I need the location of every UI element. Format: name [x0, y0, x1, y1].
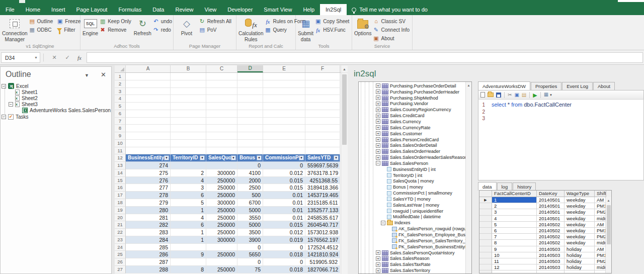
cell-A17[interactable]: 278 — [126, 192, 171, 199]
cell-D15[interactable]: 2000 — [237, 177, 263, 185]
row-header-25[interactable]: 25 — [115, 251, 126, 258]
row-header-8[interactable]: 8 — [115, 125, 126, 132]
filter-dropdown-icon[interactable]: ▼ — [257, 155, 262, 160]
column-header-f[interactable]: F — [305, 65, 340, 72]
cell-C24[interactable] — [206, 244, 237, 251]
cell-E1[interactable] — [263, 73, 305, 80]
pov-button[interactable]: ▤PoV — [198, 26, 234, 34]
cell-C6[interactable] — [206, 110, 237, 118]
grid-cell[interactable]: weekday — [565, 234, 595, 240]
scroll-up-icon[interactable]: ▲ — [341, 65, 348, 73]
cell-F10[interactable] — [305, 140, 340, 147]
submit-data-button[interactable]: ▦Submitdata — [298, 17, 313, 42]
expander-icon[interactable]: − — [376, 161, 380, 165]
grid-cell[interactable]: 20140503 — [537, 264, 565, 270]
cell-C26[interactable] — [206, 258, 237, 266]
outline-button[interactable]: ▤Outline — [28, 17, 56, 26]
pivot-button[interactable]: ◇Pivot — [176, 17, 198, 37]
cell-E13[interactable]: 0 — [263, 162, 305, 169]
cell-F23[interactable]: 1576562.197 — [305, 236, 340, 244]
cell-B9[interactable] — [171, 132, 206, 140]
outline-close-icon[interactable]: ✕ — [101, 71, 106, 78]
cell-A27[interactable]: 288 — [126, 266, 171, 273]
grid-row-10[interactable]: 1020140503holidayPM1 — [479, 252, 611, 258]
cell-E3[interactable] — [263, 88, 305, 96]
grid-cell[interactable]: 2 — [492, 203, 537, 209]
outline-item-sheet3[interactable]: −Sheet3 — [1, 102, 111, 108]
tree-item-sales-salesorderheadersalesreason[interactable]: +Sales.SalesOrderHeaderSalesReason — [359, 154, 465, 160]
grid-cell[interactable]: 12 — [492, 264, 537, 270]
tree-item-sales-countryregioncurrency[interactable]: +Sales.CountryRegionCurrency — [359, 107, 465, 113]
row-selector[interactable] — [479, 252, 492, 258]
open-file-icon[interactable] — [488, 93, 494, 97]
copy-icon[interactable]: ▣ — [514, 93, 519, 98]
name-box[interactable]: D34 ▼ — [1, 52, 40, 63]
cell-A8[interactable] — [126, 125, 171, 132]
cell-C18[interactable]: 300000 — [206, 199, 237, 207]
grid-cell[interactable]: weekday — [565, 228, 595, 234]
cell-B10[interactable] — [171, 140, 206, 147]
cell-E22[interactable]: 0.012 — [263, 229, 305, 236]
cell-D19[interactable]: 5000 — [237, 207, 263, 214]
cell-C21[interactable]: 250000 — [206, 221, 237, 229]
cell-D13[interactable]: 0 — [237, 162, 263, 169]
row-header-2[interactable]: 2 — [115, 80, 126, 88]
grid-cell[interactable]: PM2 — [595, 209, 606, 215]
cell-E20[interactable]: 0.01 — [263, 214, 305, 222]
cell-E18[interactable]: 0.01 — [263, 199, 305, 207]
cell-C3[interactable] — [206, 88, 237, 96]
grid-cell[interactable]: weekday — [565, 216, 595, 222]
tree-item-modifieddate-datetime[interactable]: ModifiedDate | datetime — [359, 214, 465, 220]
tree-item-businessentityid-int[interactable]: BusinessEntityID | int — [359, 166, 465, 172]
tree-item-pk-salesperson-businessentityid-businessentityid[interactable]: PK_SalesPerson_BusinessEntityID (Busines… — [359, 244, 465, 250]
paste-icon[interactable]: ▤ — [522, 93, 526, 98]
cell-B7[interactable] — [171, 118, 206, 125]
grid-cell[interactable]: 20140501 — [537, 197, 565, 203]
tree-item-sales-personcreditcard[interactable]: +Sales.PersonCreditCard — [359, 137, 465, 143]
cell-C16[interactable]: 250000 — [206, 184, 237, 192]
row-selector[interactable]: ▶ — [479, 197, 492, 203]
tab-view[interactable]: View — [199, 4, 222, 15]
scroll-up-icon[interactable]: ▲ — [606, 197, 611, 203]
tree-item-sales-currencyrate[interactable]: +Sales.CurrencyRate — [359, 125, 465, 131]
tree-item-purchasing-shipmethod[interactable]: +Purchasing.ShipMethod — [359, 95, 465, 101]
export-icon[interactable]: ▦ ▼ — [544, 92, 552, 98]
cell-E6[interactable] — [263, 110, 305, 118]
grid-cell[interactable]: AM — [595, 246, 606, 252]
cell-C13[interactable] — [206, 162, 237, 169]
cell-E11[interactable] — [263, 147, 305, 155]
cell-B24[interactable] — [171, 244, 206, 251]
cell-B19[interactable]: 1 — [171, 207, 206, 214]
cell-A5[interactable] — [126, 103, 171, 110]
cell-F16[interactable]: 3189418.366 — [305, 184, 340, 192]
cell-A26[interactable]: 287 — [126, 258, 171, 266]
cell-A23[interactable]: 284 — [126, 236, 171, 244]
row-selector[interactable] — [479, 216, 492, 222]
row-header-1[interactable]: 1 — [115, 73, 126, 80]
tree-item-sales-salesorderheader[interactable]: +Sales.SalesOrderHeader — [359, 148, 465, 154]
cell-F25[interactable]: 1421810.924 — [305, 251, 340, 258]
cell-A1[interactable] — [126, 73, 171, 80]
filter-dropdown-icon[interactable]: ▼ — [200, 155, 205, 160]
column-header-a[interactable]: A — [126, 65, 171, 72]
grid-cell[interactable]: AM — [595, 197, 606, 203]
expander-icon[interactable]: + — [376, 250, 380, 255]
grid-cell[interactable]: 1 — [492, 197, 537, 203]
cell-A16[interactable]: 277 — [126, 184, 171, 192]
cell-B16[interactable]: 3 — [171, 184, 206, 192]
cell-E26[interactable]: 0 — [263, 258, 305, 266]
expander-icon[interactable]: + — [376, 96, 380, 100]
tab-help[interactable]: Help — [297, 4, 320, 15]
row-header-6[interactable]: 6 — [115, 110, 126, 118]
cell-A20[interactable]: 281 — [126, 214, 171, 222]
row-header-12[interactable]: 12 — [115, 154, 126, 162]
cell-E16[interactable]: 0.015 — [263, 184, 305, 192]
tree-item-purchasing-purchaseorderdetail[interactable]: +Purchasing.PurchaseOrderDetail — [359, 83, 465, 89]
cell-A3[interactable] — [126, 88, 171, 96]
run-query-icon[interactable]: ▶ — [533, 93, 537, 98]
cell-D22[interactable]: 3500 — [237, 229, 263, 236]
expander-icon[interactable]: − — [9, 102, 13, 107]
remove-button[interactable]: ✖Remove — [98, 26, 134, 34]
sheet-vertical-scrollbar[interactable]: ▲ — [341, 65, 348, 274]
cell-C11[interactable] — [206, 147, 237, 155]
